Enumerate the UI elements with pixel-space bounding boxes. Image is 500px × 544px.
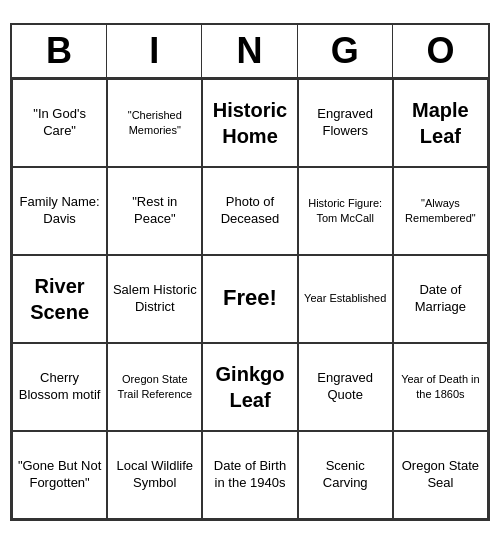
bingo-cell-6[interactable]: "Rest in Peace" [107, 167, 202, 255]
bingo-header: B I N G O [12, 25, 488, 78]
bingo-cell-14[interactable]: Date of Marriage [393, 255, 488, 343]
bingo-cell-12[interactable]: Free! [202, 255, 297, 343]
bingo-cell-24[interactable]: Oregon State Seal [393, 431, 488, 519]
letter-n: N [202, 25, 297, 76]
letter-g: G [298, 25, 393, 76]
letter-b: B [12, 25, 107, 76]
bingo-cell-21[interactable]: Local Wildlife Symbol [107, 431, 202, 519]
bingo-cell-11[interactable]: Salem Historic District [107, 255, 202, 343]
bingo-cell-2[interactable]: Historic Home [202, 79, 297, 167]
bingo-cell-23[interactable]: Scenic Carving [298, 431, 393, 519]
bingo-cell-20[interactable]: "Gone But Not Forgotten" [12, 431, 107, 519]
bingo-cell-17[interactable]: Ginkgo Leaf [202, 343, 297, 431]
bingo-cell-10[interactable]: River Scene [12, 255, 107, 343]
bingo-cell-4[interactable]: Maple Leaf [393, 79, 488, 167]
bingo-cell-16[interactable]: Oregon State Trail Reference [107, 343, 202, 431]
bingo-cell-22[interactable]: Date of Birth in the 1940s [202, 431, 297, 519]
bingo-cell-3[interactable]: Engraved Flowers [298, 79, 393, 167]
bingo-cell-0[interactable]: "In God's Care" [12, 79, 107, 167]
bingo-card: B I N G O "In God's Care""Cherished Memo… [10, 23, 490, 520]
bingo-cell-9[interactable]: "Always Remembered" [393, 167, 488, 255]
bingo-cell-18[interactable]: Engraved Quote [298, 343, 393, 431]
bingo-cell-15[interactable]: Cherry Blossom motif [12, 343, 107, 431]
bingo-cell-8[interactable]: Historic Figure: Tom McCall [298, 167, 393, 255]
bingo-cell-1[interactable]: "Cherished Memories" [107, 79, 202, 167]
letter-o: O [393, 25, 488, 76]
bingo-cell-19[interactable]: Year of Death in the 1860s [393, 343, 488, 431]
bingo-cell-5[interactable]: Family Name: Davis [12, 167, 107, 255]
letter-i: I [107, 25, 202, 76]
bingo-grid: "In God's Care""Cherished Memories"Histo… [12, 79, 488, 519]
bingo-cell-7[interactable]: Photo of Deceased [202, 167, 297, 255]
bingo-cell-13[interactable]: Year Established [298, 255, 393, 343]
